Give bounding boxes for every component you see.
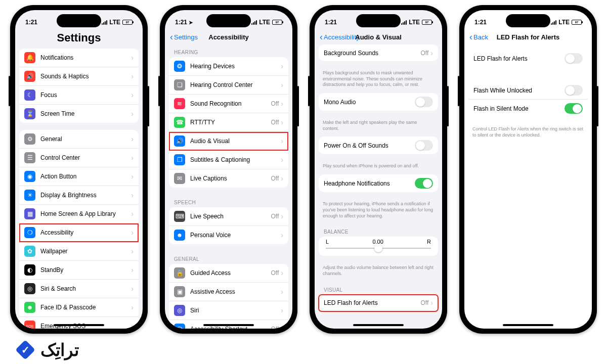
settings-row[interactable]: ≋Sound RecognitionOff› [169,95,288,113]
settings-row[interactable]: 🔊Audio & Visual› [169,132,288,151]
row-icon: ☻ [174,230,185,241]
settings-row[interactable]: ☻Face ID & Passcode› [19,298,139,317]
row-label: Personal Voice [190,232,281,239]
settings-row[interactable]: SOSEmergency SOS› [19,317,139,329]
toggle[interactable] [415,140,433,151]
settings-row[interactable]: ☰Control Center› [19,149,139,167]
toggle[interactable] [565,85,583,96]
section-footer: Make the left and right speakers play th… [315,118,442,136]
settings-row[interactable]: ❐Subtitles & Captioning› [169,151,288,169]
settings-row[interactable]: ⌨Live SpeechOff› [169,207,288,226]
back-button[interactable]: ‹Settings [170,32,198,41]
settings-row[interactable]: ☎RTT/TTYOff› [169,113,288,132]
settings-row[interactable]: 🔒Guided AccessOff› [169,264,288,283]
settings-row[interactable]: Flash While Unlocked [468,81,588,100]
settings-row[interactable]: LED Flash for AlertsOff› [319,295,438,311]
row-label: RTT/TTY [190,119,271,126]
page-title: Settings [15,29,143,49]
chevron-right-icon: › [131,72,134,80]
settings-row[interactable]: ❏Hearing Control Center› [169,76,288,95]
home-indicator[interactable] [203,324,254,326]
chevron-right-icon: › [281,212,283,220]
settings-row[interactable]: ☻Personal Voice› [169,226,288,244]
row-icon: ☎ [174,117,185,128]
settings-row[interactable]: ▦Home Screen & App Library› [19,205,139,223]
toggle[interactable] [565,53,583,64]
toggle[interactable] [565,103,583,114]
settings-row[interactable]: LED Flash for Alerts [468,50,588,67]
chevron-right-icon: › [131,285,134,293]
chevron-right-icon: › [281,306,283,314]
toggle[interactable] [415,97,433,107]
chevron-right-icon: › [131,110,134,118]
row-label: Guided Access [190,269,271,277]
section-footer: Plays background sounds to mask unwanted… [315,68,442,93]
settings-row[interactable]: ❂Hearing Devices› [169,57,288,76]
settings-row[interactable]: 🔔Notifications› [19,49,139,67]
row-value: Off [271,213,279,220]
row-value: Off [421,50,429,57]
chevron-right-icon: › [281,231,283,239]
chevron-right-icon: › [131,191,134,199]
row-icon: ☾ [24,89,35,101]
chevron-right-icon: › [131,322,134,329]
row-label: Face ID & Passcode [40,304,131,311]
row-icon: SOS [24,321,35,329]
settings-row[interactable]: ⚙General› [19,130,139,149]
settings-group: ⌨Live SpeechOff›☻Personal Voice› [169,207,288,244]
phone-1: 1:21 LTE97 Settings 🔔Notifications›🔊Soun… [10,5,148,334]
settings-group: ⚙General›☰Control Center›◉Action Button›… [19,130,139,329]
settings-row[interactable]: ❍Accessibility› [19,223,139,242]
settings-row[interactable]: ✿Wallpaper› [19,242,139,261]
chevron-right-icon: › [131,247,134,255]
settings-row[interactable]: ☾Focus› [19,86,139,105]
row-label: Mono Audio [324,99,415,106]
settings-row[interactable]: 🔊Sounds & Haptics› [19,67,139,86]
settings-row[interactable]: Power On & Off Sounds [319,136,438,154]
settings-row[interactable]: ◎Siri› [169,301,288,320]
phone-4: 1:21 LTE97 ‹Back LED Flash for Alerts LE… [459,5,597,334]
row-label: Action Button [40,173,131,180]
row-label: Sounds & Haptics [40,73,131,80]
settings-row[interactable]: ◉Action Button› [19,167,139,186]
settings-row[interactable]: ☀Display & Brightness› [19,186,139,205]
back-button[interactable]: ‹Back [469,32,488,41]
settings-row[interactable]: ⌛Screen Time› [19,105,139,123]
row-icon: ⚙ [24,133,35,145]
row-label: Home Screen & App Library [40,210,131,217]
settings-row[interactable]: Flash in Silent Mode [468,100,588,117]
toggle[interactable] [415,178,433,189]
home-indicator[interactable] [54,324,104,326]
settings-row[interactable]: Mono Audio [319,93,438,111]
settings-group: Mono Audio [319,93,438,111]
settings-row[interactable]: ▣Assistive Access› [169,283,288,301]
settings-row[interactable]: Background SoundsOff› [319,44,438,61]
chevron-right-icon: › [131,54,134,62]
balance-slider-group: L0.00R [319,237,438,256]
settings-row[interactable]: ✉Live CaptionsOff› [169,169,288,188]
settings-row[interactable]: ◐StandBy› [19,261,139,280]
row-icon: ❐ [174,154,185,165]
row-icon: ❂ [174,61,185,72]
settings-group: 🔒Guided AccessOff›▣Assistive Access›◎Sir… [169,264,288,329]
settings-group: Headphone Notifications [319,174,438,192]
battery-icon: 97 [122,20,133,25]
chevron-right-icon: › [131,210,134,218]
balance-slider[interactable] [326,248,431,249]
row-label: Hearing Devices [190,63,281,70]
nav-bar: ‹Settings Accessibility [165,29,292,44]
row-icon: ☀ [24,190,35,201]
row-label: Hearing Control Center [190,81,281,88]
section-header: GENERAL [165,251,292,264]
row-icon: ▦ [24,208,35,219]
row-icon: ☻ [24,302,35,313]
home-indicator[interactable] [353,324,404,326]
section-header: SPEECH [165,195,292,207]
section-header: BALANCE [315,224,442,237]
settings-row[interactable]: ◎Siri & Search› [19,280,139,298]
settings-group: ❂Hearing Devices›❏Hearing Control Center… [169,57,288,188]
settings-row[interactable]: Headphone Notifications [319,174,438,192]
home-indicator[interactable] [503,324,553,326]
back-button[interactable]: ‹Accessibility [320,32,360,41]
row-icon: ◉ [24,171,35,182]
